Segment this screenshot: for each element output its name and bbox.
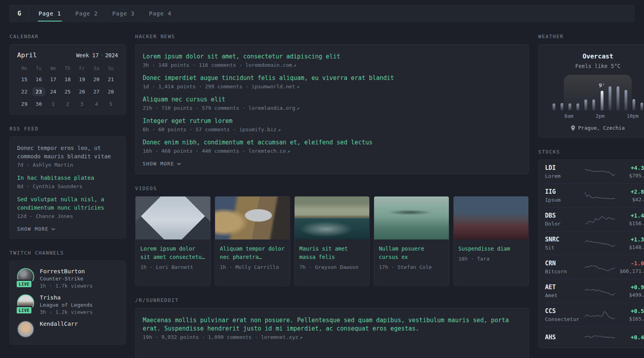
nav-tabs: Page 1Page 2Page 3Page 4 — [29, 5, 172, 21]
stock-change: +0.46% — [630, 334, 644, 340]
video-title[interactable]: Suspendisse diam — [458, 245, 524, 253]
calendar-day-grid: 1516171819202122232425262728293012345 — [17, 73, 118, 110]
video-title[interactable]: Nullam posuere cursus ex — [379, 245, 444, 261]
hackernews-show-more-button[interactable]: SHOW MORE — [143, 161, 181, 167]
tab-page-4[interactable]: Page 4 — [148, 5, 173, 21]
video-title[interactable]: Mauris sit amet massa felis — [299, 245, 365, 261]
stock-row[interactable]: AETAmet+0.92%$499.72 — [545, 279, 644, 303]
video-title[interactable]: Aliquam tempor dolor nec pharetra… — [220, 245, 285, 261]
stock-row[interactable]: CRNBitcorn-1.00%$66,171.48 — [545, 255, 644, 279]
weather-hour-label — [557, 113, 565, 119]
rss-item-title[interactable]: In hac habitasse platea — [17, 174, 118, 182]
rss-item-title[interactable]: Donec tempor eros leo, ut commodo mauris… — [17, 144, 118, 161]
video-thumbnail[interactable] — [374, 197, 449, 239]
weather-temp-bar — [609, 86, 611, 111]
calendar-day: 22 — [17, 86, 31, 98]
video-thumbnail[interactable] — [215, 197, 290, 239]
rss-item-meta: 12d · Chance Jones — [17, 213, 118, 219]
stock-row[interactable]: LDILorem+4.35%$795.18 — [545, 160, 644, 184]
reddit-post-title[interactable]: Maecenas mollis pulvinar erat non posuer… — [143, 316, 521, 333]
hackernews-item: Integer eget rutrum lorem6h · 60 points … — [143, 117, 521, 132]
stock-info: DBSDolor — [545, 212, 585, 227]
rss-show-more-button[interactable]: SHOW MORE — [17, 226, 55, 232]
weather-hour-label — [574, 113, 581, 119]
calendar-day: 29 — [17, 98, 31, 110]
stocks-section: STOCKS LDILorem+4.35%$795.18IIGIpsum+2.8… — [538, 149, 644, 348]
twitch-avatar-wrap — [17, 321, 34, 338]
chevron-down-icon — [51, 228, 55, 230]
calendar-month: April — [17, 51, 37, 59]
hackernews-item-title[interactable]: Aliquam nec cursus elit — [143, 95, 521, 104]
twitch-widget: LIVEForrestBurtonCounter-Strike1h · 1.7k… — [10, 261, 126, 344]
stock-ticker: CRN — [545, 260, 585, 267]
hackernews-item-meta: 6h · 60 points · 57 comments · ipsumify.… — [143, 126, 521, 132]
weather-hour-label — [619, 113, 627, 119]
stock-info: CCSConsectetur — [545, 307, 585, 322]
tab-page-2[interactable]: Page 2 — [75, 5, 99, 21]
stock-row[interactable]: DBSDolor+1.42%$156.28 — [545, 208, 644, 232]
hackernews-item-title[interactable]: Integer eget rutrum lorem — [143, 117, 521, 125]
weather-hourly-chart: 9° — [550, 75, 644, 111]
weather-bar-column — [606, 85, 614, 111]
external-link-icon: ↗ — [287, 148, 290, 154]
calendar-day: 15 — [17, 73, 31, 86]
rss-item: Donec tempor eros leo, ut commodo mauris… — [17, 144, 118, 168]
weather-location-text: Prague, Czechia — [578, 125, 625, 131]
app-logo: G — [10, 5, 29, 21]
twitch-channel-row[interactable]: LIVETrishaLeague of Legends3h · 1.2k vie… — [17, 294, 118, 315]
calendar-week-year: Week 17·2024 — [76, 52, 118, 58]
video-thumbnail[interactable] — [136, 197, 210, 239]
twitch-channel-row[interactable]: LIVEForrestBurtonCounter-Strike1h · 1.7k… — [17, 268, 118, 289]
stock-sparkline — [585, 285, 615, 297]
stock-row[interactable]: CCSConsectetur+0.51%$165.84 — [545, 303, 644, 327]
external-link-icon: ↗ — [297, 84, 300, 90]
weather-hour-label — [639, 113, 644, 119]
stock-change: +0.92% — [629, 284, 644, 290]
video-card: Aliquam tempor dolor nec pharetra…1h · M… — [215, 196, 290, 286]
calendar-selected-day: 23 — [32, 87, 46, 96]
twitch-channel-meta: 3h · 1.2k viewers — [40, 309, 93, 315]
calendar-day: 24 — [46, 86, 60, 98]
calendar-day: 19 — [75, 73, 89, 86]
video-thumbnail[interactable] — [454, 197, 528, 239]
calendar-day: 2 — [60, 98, 75, 110]
weather-current-temp-label: 9° — [599, 82, 605, 88]
calendar-weekday: We — [46, 66, 60, 71]
weather-hour-label: 2pm — [596, 113, 605, 119]
top-nav: G Page 1Page 2Page 3Page 4 — [10, 5, 634, 22]
tab-page-1[interactable]: Page 1 — [38, 5, 62, 21]
video-card: Lorem ipsum dolor sit amet consectetu…1h… — [135, 196, 211, 286]
hackernews-item-title[interactable]: Donec enim nibh, condimentum et accumsan… — [143, 138, 521, 147]
video-thumbnail[interactable] — [295, 197, 369, 239]
stock-sparkline — [585, 331, 615, 343]
stocks-section-title: STOCKS — [538, 149, 644, 155]
stock-row[interactable]: IIGIpsum+2.84%$42.04 — [545, 184, 644, 208]
calendar-weekday: Th — [60, 66, 75, 71]
stock-row[interactable]: AHS+0.46% — [545, 327, 644, 348]
stock-ticker: SNRC — [545, 236, 585, 243]
twitch-channel-row[interactable]: KendallCarr — [17, 321, 118, 338]
calendar-day: 27 — [89, 86, 103, 98]
hackernews-item-title[interactable]: Lorem ipsum dolor sit amet, consectetur … — [143, 53, 521, 61]
hackernews-item-title[interactable]: Donec imperdiet augue tincidunt felis al… — [143, 74, 521, 82]
twitch-list: LIVEForrestBurtonCounter-Strike1h · 1.7k… — [17, 268, 118, 338]
calendar-day: 28 — [104, 86, 118, 98]
twitch-section: TWITCH CHANNELS LIVEForrestBurtonCounter… — [10, 250, 126, 344]
video-title[interactable]: Lorem ipsum dolor sit amet consectetu… — [140, 245, 206, 261]
weather-temp-bar — [601, 91, 603, 111]
middle-column: HACKER NEWS Lorem ipsum dolor sit amet, … — [135, 33, 529, 358]
stock-row[interactable]: SNRCSit+1.36%$148.64 — [545, 232, 644, 255]
rss-section: RSS FEED Donec tempor eros leo, ut commo… — [10, 126, 126, 239]
weather-hour-label: 6am — [564, 113, 574, 119]
videos-section: VIDEOS Lorem ipsum dolor sit amet consec… — [135, 185, 529, 286]
weather-bar-column: 9° — [598, 85, 606, 111]
stock-ticker: IIG — [545, 188, 585, 195]
rss-item-title[interactable]: Sed volutpat nulla nisl, a condimentum n… — [17, 195, 118, 212]
twitch-channel-category: League of Legends — [40, 302, 93, 308]
video-card-body: Aliquam tempor dolor nec pharetra…1h · M… — [215, 239, 290, 276]
stock-price: $156.28 — [629, 220, 644, 226]
stock-info: SNRCSit — [545, 236, 585, 251]
tab-page-3[interactable]: Page 3 — [111, 5, 136, 21]
calendar-weekday: Tu — [31, 66, 46, 71]
hackernews-item-meta: 21h · 710 points · 579 comments · loreml… — [143, 105, 521, 111]
